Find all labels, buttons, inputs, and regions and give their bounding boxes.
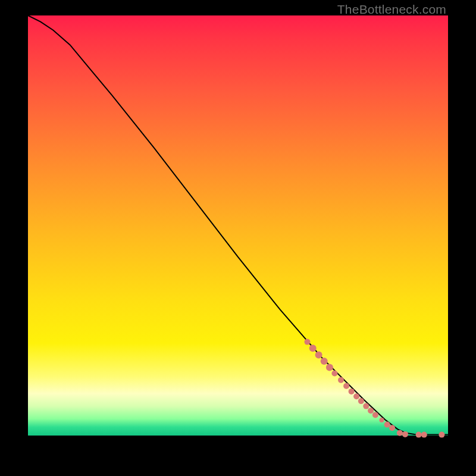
chart-dot [416, 432, 422, 438]
chart-dot [338, 377, 344, 383]
chart-dot [331, 371, 337, 377]
chart-dot [353, 393, 359, 399]
chart-dot [380, 418, 384, 422]
chart-dot [368, 408, 374, 414]
chart-dot [397, 430, 403, 436]
chart-dot [309, 345, 317, 352]
chart-dot [363, 403, 369, 409]
chart-dot [389, 425, 395, 431]
chart-dot [421, 432, 427, 438]
chart-dot [402, 431, 408, 437]
chart-curve [28, 15, 448, 435]
chart-dots-group [305, 339, 445, 438]
chart-svg [28, 15, 448, 436]
chart-dot [315, 351, 322, 358]
chart-dot [343, 383, 349, 389]
chart-dot [384, 422, 390, 428]
chart-dot [439, 432, 444, 438]
chart-dot [358, 398, 364, 404]
chart-dot [349, 389, 355, 394]
chart-dot [321, 358, 328, 365]
chart-plot-area [28, 15, 448, 436]
chart-dot [372, 412, 378, 418]
chart-dot [326, 364, 333, 371]
chart-dot [305, 339, 311, 345]
watermark-text: TheBottleneck.com [337, 2, 446, 17]
